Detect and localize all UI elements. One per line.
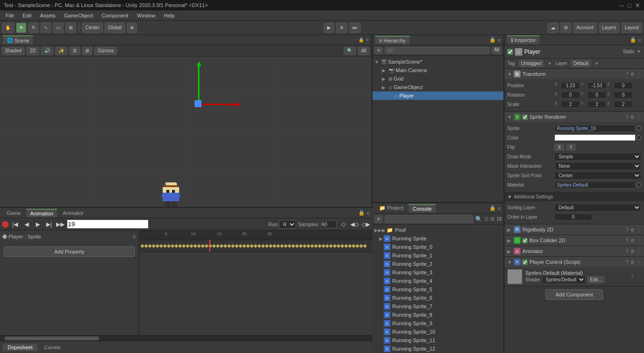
anim-last-btn[interactable]: ▶▶ xyxy=(56,220,65,229)
grid-item[interactable]: ▶ ⊞ Grid xyxy=(372,74,504,83)
animator-help-btn[interactable]: ? xyxy=(626,249,628,254)
material-ref[interactable]: Sprites-Default xyxy=(554,181,636,189)
sprite-sort-select[interactable]: Center xyxy=(554,172,641,180)
pos-x-input[interactable] xyxy=(561,82,580,89)
static-dropdown-icon[interactable]: ▼ xyxy=(636,49,641,54)
animation-tab[interactable]: Animation xyxy=(26,209,57,217)
prop-context-menu[interactable]: ≡ xyxy=(133,234,136,239)
shader-edit-btn[interactable]: Edit... xyxy=(587,276,604,283)
samples-input[interactable] xyxy=(320,221,337,228)
flip-x-btn[interactable]: X xyxy=(554,144,564,151)
anim-scrollbar[interactable] xyxy=(0,335,372,341)
insp-lock-btn[interactable]: 🔒 xyxy=(630,37,636,43)
sprite-item-8[interactable]: SRunning Sprite_8 xyxy=(372,311,504,319)
scene-canvas[interactable] xyxy=(0,57,372,207)
player-control-help-btn[interactable]: ? xyxy=(626,260,628,265)
player-control-more-btn[interactable]: ⋮ xyxy=(636,260,641,265)
animator-more-btn[interactable]: ⋮ xyxy=(636,249,641,254)
inspector-tab[interactable]: ℹ Inspector xyxy=(507,35,539,44)
running-sprite-parent[interactable]: ▶ S Running Sprite xyxy=(372,234,504,243)
hand-tool-btn[interactable]: ✋ xyxy=(2,23,14,33)
hier-menu-btn[interactable]: ≡ xyxy=(498,37,501,43)
order-layer-input[interactable] xyxy=(554,213,592,221)
sorting-layer-select[interactable]: Default xyxy=(554,204,641,212)
shader-select[interactable]: Sprites/Default xyxy=(542,276,586,284)
rigidbody-help-btn[interactable]: ? xyxy=(626,227,628,232)
boxcollider2d-header[interactable]: ▶ □ Box Collider 2D ? ⚙ ⋮ xyxy=(504,235,644,246)
sprite-item-0[interactable]: SRunning Sprite_0 xyxy=(372,243,504,251)
obj-active-checkbox[interactable] xyxy=(507,49,513,55)
layer-dropdown[interactable]: Default xyxy=(571,60,591,67)
rot-y-input[interactable] xyxy=(587,91,606,99)
console-tab[interactable]: Console xyxy=(409,204,435,213)
rot-x-input[interactable] xyxy=(561,91,580,99)
sprite-item-6[interactable]: SRunning Sprite_6 xyxy=(372,294,504,302)
boxcollider-checkbox[interactable] xyxy=(522,238,528,243)
menu-edit[interactable]: Edit xyxy=(19,12,35,19)
anim-playhead[interactable] xyxy=(209,240,210,252)
player-item[interactable]: ◇ Player xyxy=(372,91,504,100)
sprite-item-1[interactable]: SRunning Sprite_1 xyxy=(372,251,504,260)
frame-number-input[interactable] xyxy=(67,220,149,229)
dopesheet-tab[interactable]: Dopesheet xyxy=(3,344,37,351)
sprite-help-btn[interactable]: ? xyxy=(626,115,628,120)
project-add-btn[interactable]: + xyxy=(374,215,383,223)
project-tab[interactable]: 📁 Project xyxy=(375,204,407,212)
boxcollider-settings-btn[interactable]: ⚙ xyxy=(630,238,635,243)
project-options1[interactable]: ⊡ xyxy=(484,216,488,222)
sprite-item-3[interactable]: SRunning Sprite_3 xyxy=(372,268,504,277)
pause-btn[interactable]: ⏸ xyxy=(336,23,347,33)
scene-lock-btn[interactable]: 🔒 xyxy=(358,37,364,42)
step-btn[interactable]: ⏭ xyxy=(349,23,361,33)
sprite-item-12[interactable]: SRunning Sprite_12 xyxy=(372,345,504,353)
animator-header[interactable]: ▶ A Animator ? ⚙ ⋮ xyxy=(504,246,644,256)
transform-header[interactable]: ▼ ⊞ Transform ? ⚙ ⋮ xyxy=(504,69,644,79)
kf-59[interactable] xyxy=(363,244,367,247)
anim-play-btn[interactable]: ▶ xyxy=(33,220,42,229)
scale-z-input[interactable] xyxy=(614,101,633,108)
player-control-header[interactable]: ▼ # Player Control (Script) ? ⚙ ⋮ xyxy=(504,257,644,267)
menu-component[interactable]: Component xyxy=(98,12,132,19)
mask-interaction-select[interactable]: None xyxy=(554,162,641,170)
draw-mode-select[interactable]: Simple xyxy=(554,153,641,161)
gizmos-btn[interactable]: Gizmos xyxy=(94,47,117,55)
minimize-btn[interactable]: ─ xyxy=(619,2,624,9)
scale-x-input[interactable] xyxy=(561,101,580,108)
sprite-item-7[interactable]: SRunning Sprite_7 xyxy=(372,302,504,311)
sprite-ref-btn[interactable] xyxy=(636,126,641,131)
search-icon[interactable]: 🔍 xyxy=(475,216,482,222)
game-tab[interactable]: Game xyxy=(3,209,25,217)
boxcollider-help-btn[interactable]: ? xyxy=(626,238,628,243)
play-btn[interactable]: ▶ xyxy=(324,23,334,33)
maximize-btn[interactable]: □ xyxy=(627,2,631,9)
rigidbody-settings-btn[interactable]: ⚙ xyxy=(630,227,635,232)
tag-dropdown[interactable]: Untagged xyxy=(519,60,544,67)
layers-btn[interactable]: Layers xyxy=(599,23,619,33)
search-scene-btn[interactable]: 🔍 xyxy=(344,47,356,55)
anim-panel-menu[interactable]: ≡ xyxy=(367,210,370,216)
sprite-item-5[interactable]: SRunning Sprite_5 xyxy=(372,285,504,294)
layout-btn[interactable]: Layout xyxy=(621,23,642,33)
player-control-settings-btn[interactable]: ⚙ xyxy=(630,260,635,265)
scale-y-input[interactable] xyxy=(587,101,606,108)
anim-prev-btn[interactable]: ◀ xyxy=(22,220,31,229)
menu-file[interactable]: File xyxy=(2,12,18,19)
animator-settings-btn[interactable]: ⚙ xyxy=(630,249,635,254)
boxcollider-more-btn[interactable]: ⋮ xyxy=(636,238,641,243)
pos-y-input[interactable] xyxy=(587,82,606,89)
anim-scroll-thumb[interactable] xyxy=(5,337,99,340)
player-control-checkbox[interactable] xyxy=(522,260,528,265)
rotate-tool-btn[interactable]: ↻ xyxy=(28,23,39,33)
sprite-item-2[interactable]: SRunning Sprite_2 xyxy=(372,260,504,268)
scene-tab[interactable]: 🌐 Scene xyxy=(3,35,33,44)
sprite-item-11[interactable]: SRunning Sprite_11 xyxy=(372,336,504,345)
sprite-item-4[interactable]: SRunning Sprite_4 xyxy=(372,277,504,285)
sprite-more-btn[interactable]: ⋮ xyxy=(636,115,641,120)
curves-tab[interactable]: Curves xyxy=(39,344,65,351)
material-help-btn[interactable]: ? xyxy=(631,274,634,279)
sprite-item-10[interactable]: SRunning Sprite_10 xyxy=(372,328,504,336)
sound-btn[interactable]: 🔊 xyxy=(41,47,53,55)
transform-more-btn[interactable]: ⋮ xyxy=(636,72,641,77)
unknown-tool-btn[interactable]: ⊕ xyxy=(127,23,137,33)
anim-next-keyframe-btn[interactable]: ◇▶ xyxy=(361,220,371,229)
